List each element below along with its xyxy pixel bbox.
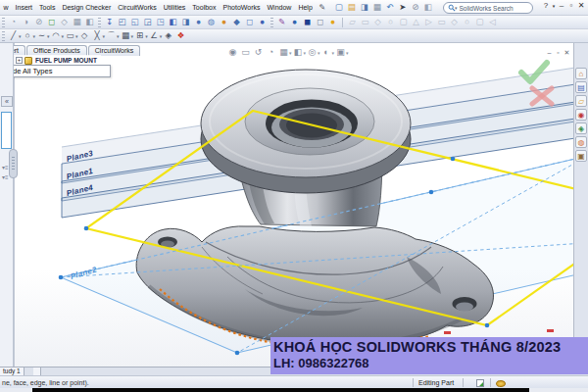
headsup-view-toolbar: ◉▭↺◔▦▾◧▾◎▾◐▾▣▾ (226, 47, 349, 58)
sketch-point-marker (444, 331, 451, 334)
appearance-icon[interactable]: ◐ (321, 47, 332, 58)
mini-list-icon-2[interactable]: ▾≡ (2, 174, 9, 180)
hide-all-types-menu-item[interactable]: Hide All Types (0, 65, 111, 77)
view-orientation-icon[interactable]: ▦ (278, 47, 289, 58)
letterbox-strip (32, 388, 529, 392)
tab-stub[interactable] (33, 368, 41, 375)
part-name-label[interactable]: FUEL PUMP MOUNT (35, 57, 97, 64)
part-icon (24, 57, 32, 65)
banner-title: KHOÁ HỌC SOLIDWORKS THÁNG 8/2023 (273, 339, 588, 355)
doc-restore-button[interactable]: ▫ (554, 49, 563, 57)
toolbox-icon[interactable]: ◉ (575, 109, 587, 121)
display-style-icon-caret[interactable]: ▾ (304, 50, 307, 56)
mini-list-icon-1[interactable]: ▾≡ (2, 165, 9, 171)
resources-home-icon[interactable]: ⌂ (575, 68, 587, 79)
document-window-controls: ‒ ▫ ✕ (545, 49, 571, 57)
previous-view-icon[interactable]: ↺ (253, 47, 264, 58)
selection-box[interactable] (1, 112, 12, 149)
quick-tips-icon[interactable] (476, 379, 484, 387)
tree-expander-icon[interactable]: + (16, 57, 23, 64)
panel-splitter-handle[interactable] (9, 149, 18, 178)
file-explorer-icon[interactable]: ▱ (575, 95, 587, 107)
promo-banner: KHOÁ HỌC SOLIDWORKS THÁNG 8/2023 LH: 098… (270, 337, 588, 374)
display-style-icon[interactable]: ◧ (293, 47, 304, 58)
view-orientation-icon-caret[interactable]: ▾ (289, 50, 292, 56)
design-library-icon[interactable]: ▤ (575, 81, 587, 93)
editing-mode-label: Editing Part (418, 379, 454, 386)
collapse-chevron-icon[interactable]: « (1, 96, 13, 107)
doc-minimize-button[interactable]: ‒ (545, 49, 554, 57)
motion-study-tab[interactable]: tudy 1 (0, 368, 24, 375)
scene-icon[interactable]: ▣ (335, 47, 346, 58)
appearance-icon-caret[interactable]: ▾ (332, 50, 335, 56)
scene-icon-caret[interactable]: ▾ (346, 50, 349, 56)
hide-show-icon[interactable]: ◎ (307, 47, 318, 58)
sketch-point-marker (547, 329, 554, 332)
task-pane: ⌂▤▱◉◈◍▣ (573, 43, 588, 367)
appearances-icon[interactable]: ◍ (575, 136, 587, 148)
custom-props-icon[interactable]: ▣ (575, 150, 587, 162)
banner-phone: LH: 0986322768 (273, 356, 588, 370)
status-bar: ne, face, edge, line or point). Editing … (0, 375, 588, 388)
solidworks-window: wInsertToolsDesign CheckerCircuitWorksUt… (0, 0, 588, 392)
resources-coin-icon[interactable] (496, 380, 506, 387)
property-manager-strip: « ▾≡ ▾≡ (0, 43, 14, 367)
status-message: ne, face, edge, line or point). (2, 379, 89, 386)
zoom-area-icon[interactable]: ▭ (240, 47, 251, 58)
zoom-to-fit-icon[interactable]: ◉ (227, 47, 238, 58)
section-view-icon[interactable]: ◔ (266, 47, 276, 58)
drawings-icon[interactable]: ◈ (575, 122, 587, 134)
hide-show-icon-caret[interactable]: ▾ (318, 50, 320, 56)
doc-close-button[interactable]: ✕ (563, 49, 571, 57)
